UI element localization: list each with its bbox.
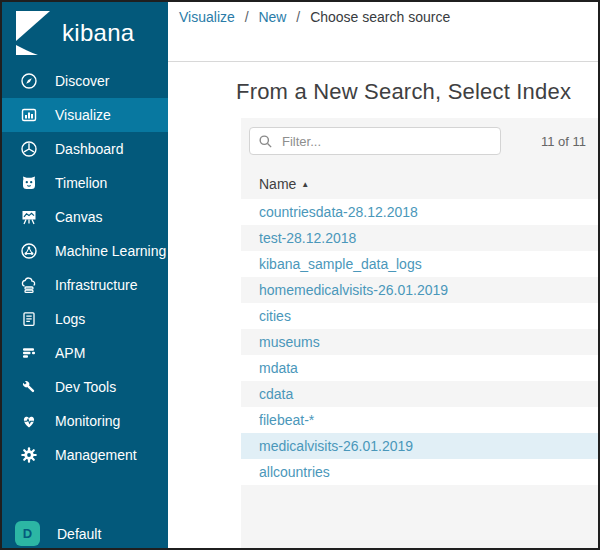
- breadcrumb-separator: /: [245, 9, 249, 25]
- sidebar-item-timelion[interactable]: Timelion: [2, 166, 168, 200]
- index-link[interactable]: filebeat-*: [259, 412, 314, 428]
- sidebar-item-label: Discover: [55, 73, 109, 89]
- kibana-logo[interactable]: kibana: [2, 2, 168, 64]
- sidebar-item-monitoring[interactable]: Monitoring: [2, 404, 168, 438]
- sidebar-item-dashboard[interactable]: Dashboard: [2, 132, 168, 166]
- filter-row: 11 of 11: [241, 118, 598, 163]
- breadcrumb: Visualize / New / Choose search source: [168, 2, 598, 62]
- sidebar-item-label: Canvas: [55, 209, 102, 225]
- timelion-icon: [20, 174, 38, 192]
- index-link[interactable]: cdata: [259, 386, 293, 402]
- machine-learning-icon: [20, 242, 38, 260]
- sidebar-item-logs[interactable]: Logs: [2, 302, 168, 336]
- index-row[interactable]: countriesdata-28.12.2018: [241, 199, 598, 225]
- sidebar-item-label: Management: [55, 447, 137, 463]
- sidebar-item-label: APM: [55, 345, 85, 361]
- infrastructure-icon: [20, 276, 38, 294]
- filter-input[interactable]: [280, 133, 492, 150]
- sidebar-item-label: Logs: [55, 311, 85, 327]
- space-badge: D: [15, 521, 40, 546]
- breadcrumb-visualize[interactable]: Visualize: [179, 9, 235, 25]
- index-row-highlighted[interactable]: medicalvisits-26.01.2019: [241, 433, 598, 459]
- content-area: Visualize / New / Choose search source F…: [168, 2, 598, 548]
- sidebar-item-label: Machine Learning: [55, 243, 166, 259]
- dashboard-icon: [20, 140, 38, 158]
- index-row[interactable]: cdata: [241, 381, 598, 407]
- sidebar-item-label: Monitoring: [55, 413, 120, 429]
- sidebar-item-visualize[interactable]: Visualize: [2, 98, 168, 132]
- index-row[interactable]: test-28.12.2018: [241, 225, 598, 251]
- sidebar-item-label: Dev Tools: [55, 379, 116, 395]
- filter-input-wrapper: [249, 127, 501, 155]
- sidebar-nav: Discover Visualize: [2, 64, 168, 472]
- space-label: Default: [57, 526, 101, 542]
- index-link[interactable]: homemedicalvisits-26.01.2019: [259, 282, 448, 298]
- sidebar-item-label: Visualize: [55, 107, 111, 123]
- sidebar-item-management[interactable]: Management: [2, 438, 168, 472]
- sidebar-item-apm[interactable]: APM: [2, 336, 168, 370]
- index-link[interactable]: test-28.12.2018: [259, 230, 356, 246]
- monitoring-icon: [20, 412, 38, 430]
- kibana-logo-icon: [16, 11, 50, 55]
- sort-asc-icon: ▲: [301, 180, 309, 189]
- index-row[interactable]: museums: [241, 329, 598, 355]
- management-icon: [20, 446, 38, 464]
- sidebar-item-label: Infrastructure: [55, 277, 137, 293]
- index-row[interactable]: homemedicalvisits-26.01.2019: [241, 277, 598, 303]
- search-icon: [258, 134, 273, 149]
- sidebar-item-discover[interactable]: Discover: [2, 64, 168, 98]
- sidebar-item-label: Dashboard: [55, 141, 124, 157]
- index-link[interactable]: museums: [259, 334, 320, 350]
- sidebar: kibana Discover: [2, 2, 168, 548]
- index-select-panel: 11 of 11 Name▲ countriesdata-28.12.2018 …: [241, 118, 598, 548]
- index-row[interactable]: mdata: [241, 355, 598, 381]
- index-row[interactable]: filebeat-*: [241, 407, 598, 433]
- index-link[interactable]: mdata: [259, 360, 298, 376]
- index-list: countriesdata-28.12.2018 test-28.12.2018…: [241, 199, 598, 485]
- discover-icon: [20, 72, 38, 90]
- apm-icon: [20, 344, 38, 362]
- index-row[interactable]: cities: [241, 303, 598, 329]
- breadcrumb-separator: /: [296, 9, 300, 25]
- index-link[interactable]: cities: [259, 308, 291, 324]
- column-header-label: Name: [259, 176, 296, 192]
- index-row[interactable]: kibana_sample_data_logs: [241, 251, 598, 277]
- logs-icon: [20, 310, 38, 328]
- page-title: From a New Search, Select Index: [236, 79, 598, 105]
- sidebar-item-machine-learning[interactable]: Machine Learning: [2, 234, 168, 268]
- choose-search-source: From a New Search, Select Index 11 of 11: [168, 62, 598, 548]
- dev-tools-icon: [20, 378, 38, 396]
- space-switcher-default[interactable]: D Default: [15, 521, 101, 546]
- index-link[interactable]: allcountries: [259, 464, 330, 480]
- sidebar-item-infrastructure[interactable]: Infrastructure: [2, 268, 168, 302]
- kibana-logo-text: kibana: [62, 19, 135, 47]
- index-link[interactable]: countriesdata-28.12.2018: [259, 204, 418, 220]
- kibana-app-window: kibana Discover: [0, 0, 600, 550]
- visualize-icon: [20, 106, 38, 124]
- sidebar-item-dev-tools[interactable]: Dev Tools: [2, 370, 168, 404]
- column-header-name[interactable]: Name▲: [241, 163, 598, 199]
- sidebar-item-label: Timelion: [55, 175, 107, 191]
- canvas-icon: [20, 208, 38, 226]
- sidebar-item-canvas[interactable]: Canvas: [2, 200, 168, 234]
- index-row[interactable]: allcountries: [241, 459, 598, 485]
- result-count: 11 of 11: [541, 134, 586, 149]
- index-link[interactable]: medicalvisits-26.01.2019: [259, 438, 413, 454]
- index-link[interactable]: kibana_sample_data_logs: [259, 256, 422, 272]
- breadcrumb-new[interactable]: New: [258, 9, 286, 25]
- breadcrumb-current: Choose search source: [310, 9, 450, 25]
